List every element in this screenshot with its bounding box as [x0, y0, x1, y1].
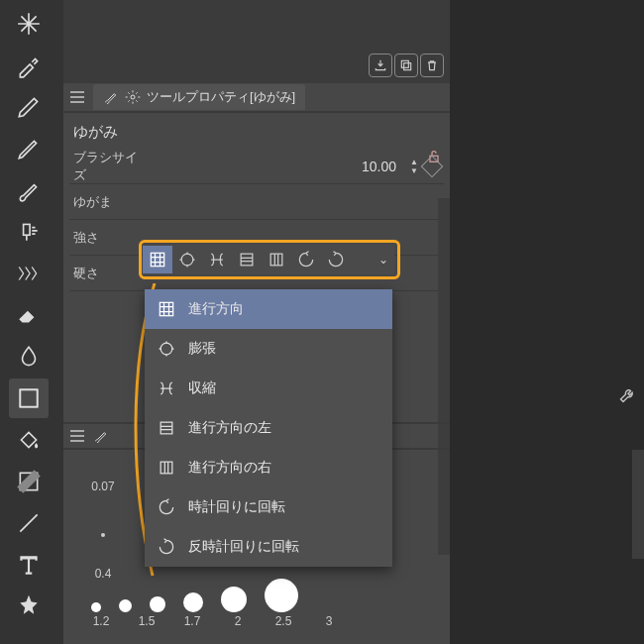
dropdown-label: 進行方向 [188, 300, 244, 318]
menu-icon[interactable] [67, 87, 87, 107]
distort-mode-dropdown: 進行方向 膨張 収縮 進行方向の左 進行方向の右 時計回りに回転 反時計回りに回… [145, 289, 392, 567]
dropdown-item-left[interactable]: 進行方向の左 [145, 408, 392, 448]
brush-icon [93, 428, 109, 444]
distort-mode-selector[interactable]: ⌄ [143, 245, 394, 274]
preview-area [63, 0, 450, 83]
gradient-tool-icon[interactable] [9, 462, 49, 501]
brush-preset-dot[interactable] [91, 602, 101, 612]
svg-point-9 [181, 254, 193, 266]
brush-labels-row: 1.2 1.5 1.7 2 2.5 3 [63, 612, 450, 628]
dropdown-label: 進行方向の右 [188, 459, 271, 477]
wrench-icon[interactable] [618, 384, 638, 404]
mode-icon-expand [155, 337, 178, 361]
dropdown-item-cw[interactable]: 時計回りに回転 [145, 487, 392, 527]
brush-dots-row [63, 571, 450, 612]
svg-rect-0 [24, 224, 30, 235]
mode-icon-expand[interactable] [172, 246, 202, 273]
preset-label[interactable]: 0.07 [91, 480, 114, 493]
rotate-handle-icon[interactable] [421, 155, 444, 177]
left-toolbar [0, 0, 57, 644]
brush-size-label: ブラシサイズ [73, 149, 141, 184]
panel-title: ツールプロパティ[ゆがみ] [147, 88, 295, 106]
mode-icon-left[interactable] [232, 246, 262, 273]
preset-dot-icon [101, 533, 105, 537]
fill-tool-icon[interactable] [9, 420, 49, 460]
scrollbar[interactable] [632, 450, 644, 559]
mode-icon-ccw [155, 535, 178, 559]
svg-point-13 [161, 343, 172, 355]
dropdown-item-pinch[interactable]: 収縮 [145, 369, 392, 408]
brush-preset-label: 3 [315, 614, 343, 628]
mode-icon-cw [155, 495, 178, 519]
brush-preset-label: 1.7 [178, 614, 206, 628]
svg-point-6 [131, 95, 135, 99]
small-brush-presets: 0.07 0.4 [63, 480, 143, 581]
panel-header: ツールプロパティ[ゆがみ] [63, 83, 450, 113]
brush-tool-icon[interactable] [9, 170, 49, 210]
gear-icon [125, 89, 141, 105]
dropdown-label: 収縮 [188, 379, 216, 397]
scrollbar[interactable] [438, 198, 450, 555]
brush-size-value[interactable]: 10.00 [362, 159, 396, 174]
mode-icon-left [155, 416, 178, 440]
strength-label: 強さ [73, 229, 141, 247]
dropdown-label: 膨張 [188, 340, 216, 358]
dropdown-item-right[interactable]: 進行方向の右 [145, 448, 392, 487]
distort-mode-row: ゆがま [69, 184, 444, 220]
property-title: ゆがみ [69, 121, 444, 149]
mode-icon-ccw[interactable] [321, 246, 351, 273]
brush-icon [103, 89, 119, 105]
mode-icon-forward[interactable] [143, 246, 172, 273]
brush-preset-label: 1.2 [87, 614, 115, 628]
brush-preset-strip: 1.2 1.5 1.7 2 2.5 3 [63, 571, 450, 628]
pen-tool-icon[interactable] [9, 87, 49, 127]
dropdown-item-forward[interactable]: 進行方向 [145, 289, 392, 329]
eyedropper-tool-icon[interactable] [9, 46, 49, 85]
brush-preset-dot[interactable] [119, 599, 132, 612]
brush-preset-label: 1.5 [133, 614, 161, 628]
pencil-tool-icon[interactable] [9, 129, 49, 168]
brush-size-row: ブラシサイズ 10.00 ▲▼ [69, 149, 444, 184]
airbrush-tool-icon[interactable] [9, 212, 49, 252]
hardness-label: 硬さ [73, 265, 141, 282]
panel-tab[interactable]: ツールプロパティ[ゆがみ] [93, 84, 305, 110]
decoration-tool-icon[interactable] [9, 254, 49, 293]
brush-preset-dot[interactable] [150, 596, 165, 612]
svg-rect-11 [270, 254, 282, 266]
blank-area [450, 0, 644, 644]
text-tool-icon[interactable] [9, 545, 49, 585]
duplicate-icon[interactable] [394, 54, 418, 77]
menu-icon[interactable] [67, 426, 87, 446]
dropdown-label: 反時計回りに回転 [188, 538, 299, 556]
svg-rect-1 [20, 389, 37, 406]
eraser-tool-icon[interactable] [9, 295, 49, 335]
mode-icon-cw[interactable] [291, 246, 321, 273]
dropdown-item-expand[interactable]: 膨張 [145, 329, 392, 369]
svg-rect-15 [161, 462, 172, 474]
svg-rect-4 [401, 60, 408, 67]
sparkle-tool-icon[interactable] [9, 4, 49, 44]
chevron-down-icon[interactable]: ⌄ [378, 253, 388, 267]
import-icon[interactable] [369, 54, 392, 77]
mode-icon-forward [155, 297, 178, 321]
svg-rect-12 [160, 302, 172, 315]
brush-preset-dot[interactable] [183, 592, 203, 612]
svg-rect-2 [20, 389, 37, 406]
svg-rect-10 [241, 254, 253, 266]
dropdown-label: 時計回りに回転 [188, 498, 285, 516]
figure-tool-icon[interactable] [9, 503, 49, 543]
mode-icon-pinch [155, 376, 178, 400]
dropdown-item-ccw[interactable]: 反時計回りに回転 [145, 527, 392, 567]
blend-tool-icon[interactable] [9, 337, 49, 376]
mode-icon-pinch[interactable] [202, 246, 232, 273]
trash-icon[interactable] [420, 54, 444, 77]
mode-icon-right[interactable] [262, 246, 291, 273]
effect-tool-icon[interactable] [9, 587, 49, 626]
spinner-icon[interactable]: ▲▼ [410, 158, 418, 175]
brush-preset-dot[interactable] [221, 587, 247, 612]
liquify-tool-icon[interactable] [9, 378, 49, 418]
brush-preset-label: 2 [224, 614, 252, 628]
svg-rect-5 [404, 63, 411, 70]
svg-rect-8 [151, 253, 163, 266]
brush-preset-dot[interactable] [265, 579, 298, 612]
